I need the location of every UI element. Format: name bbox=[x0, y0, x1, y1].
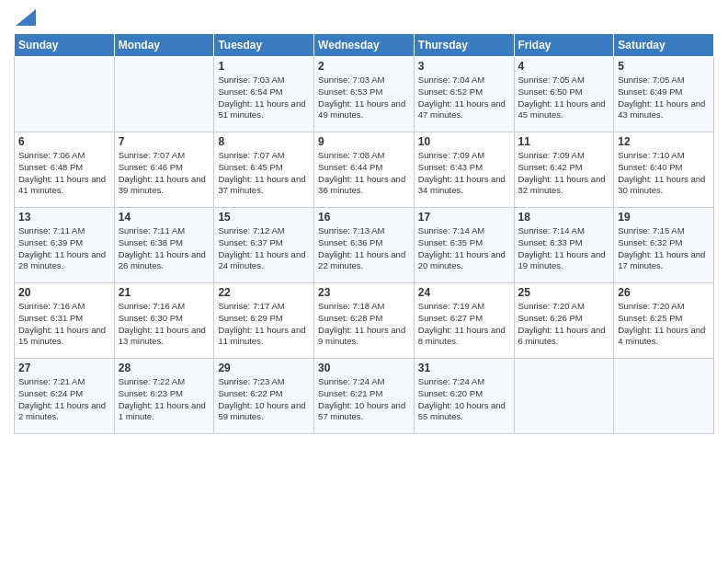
calendar-cell: 18Sunrise: 7:14 AM Sunset: 6:33 PM Dayli… bbox=[514, 208, 614, 283]
day-number: 23 bbox=[318, 286, 410, 299]
calendar-header: SundayMondayTuesdayWednesdayThursdayFrid… bbox=[15, 34, 714, 57]
calendar-cell: 7Sunrise: 7:07 AM Sunset: 6:46 PM Daylig… bbox=[114, 132, 214, 208]
cell-text: Sunrise: 7:03 AM Sunset: 6:53 PM Dayligh… bbox=[318, 75, 410, 121]
day-number: 24 bbox=[418, 286, 510, 299]
day-number: 15 bbox=[218, 211, 310, 224]
cell-text: Sunrise: 7:15 AM Sunset: 6:32 PM Dayligh… bbox=[618, 225, 710, 272]
cell-text: Sunrise: 7:23 AM Sunset: 6:22 PM Dayligh… bbox=[218, 376, 310, 423]
cell-text: Sunrise: 7:09 AM Sunset: 6:42 PM Dayligh… bbox=[518, 150, 610, 197]
calendar-week-5: 27Sunrise: 7:21 AM Sunset: 6:24 PM Dayli… bbox=[15, 359, 714, 434]
weekday-header-tuesday: Tuesday bbox=[214, 34, 314, 57]
cell-text: Sunrise: 7:08 AM Sunset: 6:44 PM Dayligh… bbox=[318, 150, 410, 197]
day-number: 2 bbox=[318, 60, 410, 73]
calendar-cell: 22Sunrise: 7:17 AM Sunset: 6:29 PM Dayli… bbox=[214, 283, 314, 359]
day-number: 3 bbox=[418, 60, 510, 73]
weekday-header-saturday: Saturday bbox=[614, 34, 714, 57]
weekday-header-thursday: Thursday bbox=[414, 34, 514, 57]
calendar-cell: 3Sunrise: 7:04 AM Sunset: 6:52 PM Daylig… bbox=[414, 57, 514, 132]
cell-text: Sunrise: 7:07 AM Sunset: 6:45 PM Dayligh… bbox=[218, 150, 310, 197]
day-number: 14 bbox=[119, 211, 210, 224]
day-number: 4 bbox=[518, 60, 610, 73]
calendar-cell bbox=[514, 359, 614, 434]
calendar-cell: 23Sunrise: 7:18 AM Sunset: 6:28 PM Dayli… bbox=[314, 283, 415, 359]
calendar-week-2: 6Sunrise: 7:06 AM Sunset: 6:48 PM Daylig… bbox=[15, 132, 714, 208]
calendar-cell: 21Sunrise: 7:16 AM Sunset: 6:30 PM Dayli… bbox=[114, 283, 214, 359]
cell-text: Sunrise: 7:13 AM Sunset: 6:36 PM Dayligh… bbox=[318, 225, 410, 272]
day-number: 17 bbox=[418, 211, 510, 224]
weekday-header-sunday: Sunday bbox=[15, 34, 115, 57]
cell-text: Sunrise: 7:11 AM Sunset: 6:39 PM Dayligh… bbox=[18, 225, 110, 272]
cell-text: Sunrise: 7:21 AM Sunset: 6:24 PM Dayligh… bbox=[18, 376, 110, 423]
day-number: 5 bbox=[618, 60, 710, 73]
day-number: 12 bbox=[618, 135, 710, 148]
calendar-cell: 6Sunrise: 7:06 AM Sunset: 6:48 PM Daylig… bbox=[15, 132, 115, 208]
cell-text: Sunrise: 7:18 AM Sunset: 6:28 PM Dayligh… bbox=[318, 301, 410, 348]
calendar-cell: 15Sunrise: 7:12 AM Sunset: 6:37 PM Dayli… bbox=[214, 208, 314, 283]
weekday-header-wednesday: Wednesday bbox=[314, 34, 415, 57]
calendar-cell: 20Sunrise: 7:16 AM Sunset: 6:31 PM Dayli… bbox=[15, 283, 115, 359]
day-number: 11 bbox=[518, 135, 610, 148]
calendar-cell: 9Sunrise: 7:08 AM Sunset: 6:44 PM Daylig… bbox=[314, 132, 415, 208]
cell-text: Sunrise: 7:05 AM Sunset: 6:50 PM Dayligh… bbox=[518, 75, 610, 121]
calendar-cell: 19Sunrise: 7:15 AM Sunset: 6:32 PM Dayli… bbox=[614, 208, 714, 283]
header bbox=[14, 9, 714, 26]
calendar-cell: 30Sunrise: 7:24 AM Sunset: 6:21 PM Dayli… bbox=[314, 359, 415, 434]
calendar-cell: 1Sunrise: 7:03 AM Sunset: 6:54 PM Daylig… bbox=[214, 57, 314, 132]
cell-text: Sunrise: 7:24 AM Sunset: 6:21 PM Dayligh… bbox=[318, 376, 410, 423]
day-number: 19 bbox=[618, 211, 710, 224]
day-number: 8 bbox=[218, 135, 310, 148]
cell-text: Sunrise: 7:14 AM Sunset: 6:35 PM Dayligh… bbox=[418, 225, 510, 272]
cell-text: Sunrise: 7:17 AM Sunset: 6:29 PM Dayligh… bbox=[218, 301, 310, 348]
calendar-week-3: 13Sunrise: 7:11 AM Sunset: 6:39 PM Dayli… bbox=[15, 208, 714, 283]
calendar-cell: 2Sunrise: 7:03 AM Sunset: 6:53 PM Daylig… bbox=[314, 57, 415, 132]
day-number: 18 bbox=[518, 211, 610, 224]
calendar-cell: 27Sunrise: 7:21 AM Sunset: 6:24 PM Dayli… bbox=[15, 359, 115, 434]
calendar-cell: 25Sunrise: 7:20 AM Sunset: 6:26 PM Dayli… bbox=[514, 283, 614, 359]
day-number: 7 bbox=[119, 135, 210, 148]
cell-text: Sunrise: 7:09 AM Sunset: 6:43 PM Dayligh… bbox=[418, 150, 510, 197]
day-number: 28 bbox=[119, 362, 210, 374]
day-number: 13 bbox=[18, 211, 110, 224]
calendar-cell: 12Sunrise: 7:10 AM Sunset: 6:40 PM Dayli… bbox=[614, 132, 714, 208]
svg-marker-0 bbox=[16, 9, 36, 26]
cell-text: Sunrise: 7:16 AM Sunset: 6:31 PM Dayligh… bbox=[18, 301, 110, 348]
cell-text: Sunrise: 7:03 AM Sunset: 6:54 PM Dayligh… bbox=[218, 75, 310, 121]
page: SundayMondayTuesdayWednesdayThursdayFrid… bbox=[0, 0, 728, 563]
cell-text: Sunrise: 7:22 AM Sunset: 6:23 PM Dayligh… bbox=[119, 376, 210, 423]
cell-text: Sunrise: 7:10 AM Sunset: 6:40 PM Dayligh… bbox=[618, 150, 710, 197]
day-number: 9 bbox=[318, 135, 410, 148]
calendar-cell: 13Sunrise: 7:11 AM Sunset: 6:39 PM Dayli… bbox=[15, 208, 115, 283]
day-number: 1 bbox=[218, 60, 310, 73]
calendar-cell: 31Sunrise: 7:24 AM Sunset: 6:20 PM Dayli… bbox=[414, 359, 514, 434]
calendar-cell: 5Sunrise: 7:05 AM Sunset: 6:49 PM Daylig… bbox=[614, 57, 714, 132]
calendar-cell bbox=[15, 57, 115, 132]
calendar-table: SundayMondayTuesdayWednesdayThursdayFrid… bbox=[14, 33, 714, 434]
calendar-cell: 24Sunrise: 7:19 AM Sunset: 6:27 PM Dayli… bbox=[414, 283, 514, 359]
day-number: 26 bbox=[618, 286, 710, 299]
calendar-cell: 11Sunrise: 7:09 AM Sunset: 6:42 PM Dayli… bbox=[514, 132, 614, 208]
weekday-header-row: SundayMondayTuesdayWednesdayThursdayFrid… bbox=[15, 34, 714, 57]
calendar-cell: 17Sunrise: 7:14 AM Sunset: 6:35 PM Dayli… bbox=[414, 208, 514, 283]
logo-icon bbox=[16, 9, 36, 26]
cell-text: Sunrise: 7:07 AM Sunset: 6:46 PM Dayligh… bbox=[119, 150, 210, 197]
day-number: 10 bbox=[418, 135, 510, 148]
day-number: 22 bbox=[218, 286, 310, 299]
cell-text: Sunrise: 7:05 AM Sunset: 6:49 PM Dayligh… bbox=[618, 75, 710, 121]
calendar-cell: 26Sunrise: 7:20 AM Sunset: 6:25 PM Dayli… bbox=[614, 283, 714, 359]
weekday-header-friday: Friday bbox=[514, 34, 614, 57]
calendar-cell: 10Sunrise: 7:09 AM Sunset: 6:43 PM Dayli… bbox=[414, 132, 514, 208]
cell-text: Sunrise: 7:14 AM Sunset: 6:33 PM Dayligh… bbox=[518, 225, 610, 272]
calendar-cell: 8Sunrise: 7:07 AM Sunset: 6:45 PM Daylig… bbox=[214, 132, 314, 208]
day-number: 20 bbox=[18, 286, 110, 299]
calendar-week-4: 20Sunrise: 7:16 AM Sunset: 6:31 PM Dayli… bbox=[15, 283, 714, 359]
cell-text: Sunrise: 7:19 AM Sunset: 6:27 PM Dayligh… bbox=[418, 301, 510, 348]
calendar-cell: 4Sunrise: 7:05 AM Sunset: 6:50 PM Daylig… bbox=[514, 57, 614, 132]
logo bbox=[14, 9, 36, 26]
calendar-cell: 14Sunrise: 7:11 AM Sunset: 6:38 PM Dayli… bbox=[114, 208, 214, 283]
cell-text: Sunrise: 7:06 AM Sunset: 6:48 PM Dayligh… bbox=[18, 150, 110, 197]
cell-text: Sunrise: 7:24 AM Sunset: 6:20 PM Dayligh… bbox=[418, 376, 510, 423]
calendar-cell: 16Sunrise: 7:13 AM Sunset: 6:36 PM Dayli… bbox=[314, 208, 415, 283]
day-number: 31 bbox=[418, 362, 510, 374]
day-number: 25 bbox=[518, 286, 610, 299]
day-number: 16 bbox=[318, 211, 410, 224]
